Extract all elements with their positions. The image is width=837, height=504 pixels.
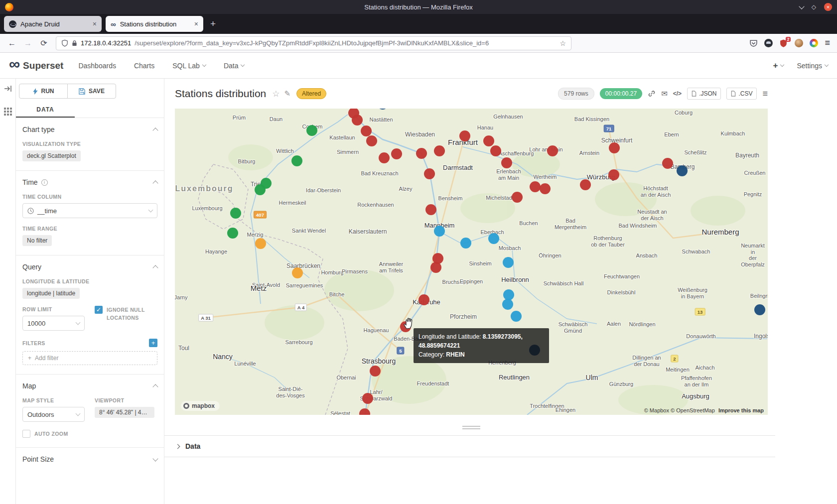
lock-icon[interactable] (72, 40, 77, 46)
time-range-chip[interactable]: No filter (22, 235, 52, 246)
map-point-teal[interactable] (488, 233, 499, 244)
map-point-red[interactable] (430, 262, 441, 273)
back-button[interactable]: ← (5, 36, 19, 50)
map-point-green[interactable] (255, 184, 266, 195)
auto-zoom-checkbox-row[interactable]: AUTO ZOOM (22, 430, 95, 438)
map-point-red[interactable] (547, 145, 558, 156)
altered-badge[interactable]: Altered (296, 88, 326, 99)
nav-item-sql-lab[interactable]: SQL Lab (172, 62, 206, 70)
map-point-red[interactable] (483, 135, 494, 146)
map-point-navy[interactable] (754, 304, 765, 315)
map-point-red[interactable] (608, 169, 619, 180)
section-header[interactable]: Map (22, 382, 157, 390)
map-point-teal[interactable] (434, 226, 445, 237)
map-point-red[interactable] (424, 168, 435, 179)
mapbox-logo[interactable]: mapbox (181, 401, 220, 411)
improve-map-link[interactable]: Improve this map (718, 407, 764, 413)
time-column-select[interactable]: __time (22, 203, 157, 218)
viz-type-chip[interactable]: deck.gl Scatterplot (22, 150, 81, 161)
tab-apache-druid[interactable]: Apache Druid × (4, 16, 102, 32)
settings-menu[interactable]: Settings (797, 62, 828, 70)
export-csv-button[interactable]: .CSV (726, 88, 757, 100)
export-json-button[interactable]: .JSON (687, 88, 721, 100)
add-filter-input[interactable]: + Add filter (22, 351, 157, 365)
map-point-red[interactable] (370, 366, 381, 377)
map-point-red[interactable] (580, 179, 591, 190)
extension-mask-icon[interactable] (764, 39, 773, 47)
data-results-panel[interactable]: Data (164, 435, 775, 457)
maximize-icon[interactable]: ◇ (812, 3, 816, 10)
ignore-null-checkbox-row[interactable]: IGNORE NULL LOCATIONS (95, 306, 157, 322)
map-point-red[interactable] (501, 157, 512, 168)
email-icon[interactable]: ✉ (661, 89, 668, 98)
viewport-chip[interactable]: 8° 46' 45.28" | 49… (95, 407, 154, 418)
map-point-red[interactable] (530, 181, 541, 192)
favorite-star-icon[interactable]: ☆ (272, 89, 279, 99)
map-point-red[interactable] (366, 135, 377, 146)
tab-data[interactable]: DATA (16, 102, 75, 118)
map-point-red[interactable] (540, 183, 551, 194)
map-point-red[interactable] (512, 192, 523, 203)
map-point-green[interactable] (230, 208, 241, 219)
add-filter-plus-button[interactable]: + (149, 339, 157, 347)
forward-button[interactable]: → (21, 36, 35, 50)
map-point-teal[interactable] (502, 299, 513, 310)
nav-item-data[interactable]: Data (224, 62, 245, 70)
map-point-red[interactable] (362, 393, 373, 404)
map-point-red[interactable] (609, 142, 620, 153)
extension-pinwheel-icon[interactable] (810, 39, 818, 47)
nav-item-dashboards[interactable]: Dashboards (78, 62, 116, 70)
map-style-select[interactable]: Outdoors (22, 407, 85, 422)
embed-code-icon[interactable]: </> (673, 90, 682, 97)
edit-title-icon[interactable]: ✎ (284, 89, 291, 98)
map-point-red[interactable] (379, 152, 390, 163)
map-point-navy[interactable] (677, 165, 688, 176)
map-point-green[interactable] (306, 125, 317, 136)
nav-item-charts[interactable]: Charts (134, 62, 154, 70)
extension-shield-icon[interactable]: 2 (779, 39, 788, 48)
map-point-red[interactable] (662, 158, 673, 169)
map-canvas[interactable]: PrümDaunCochemNastättenGelnhausenBad Kis… (175, 109, 768, 415)
copy-link-icon[interactable] (648, 90, 656, 98)
minimize-icon[interactable] (799, 3, 804, 9)
reload-button[interactable]: ⟳ (37, 36, 51, 50)
map-point-red[interactable] (459, 130, 470, 141)
map-point-red[interactable] (425, 204, 436, 215)
add-new-button[interactable]: + (773, 61, 784, 71)
map-point-green[interactable] (291, 155, 302, 166)
map-point-green[interactable] (227, 228, 238, 239)
map-point-teal[interactable] (511, 311, 522, 322)
chart-menu-icon[interactable]: ≡ (762, 89, 768, 99)
map-point-orange[interactable] (255, 238, 266, 249)
section-header[interactable]: Query (22, 263, 157, 271)
avatar-extension-icon[interactable] (795, 39, 803, 47)
collapse-panel-icon[interactable] (4, 85, 12, 93)
map-point-red[interactable] (361, 126, 372, 136)
section-header[interactable]: Time (22, 178, 157, 186)
pocket-icon[interactable] (749, 39, 758, 47)
tab-stations-distribution[interactable]: ∞ Stations distribution × (106, 16, 203, 32)
close-icon[interactable]: × (824, 3, 832, 11)
map-point-red[interactable] (490, 145, 501, 156)
auto-zoom-checkbox[interactable] (22, 430, 30, 438)
tab-close-icon[interactable]: × (194, 20, 198, 28)
superset-logo[interactable]: ∞ Superset (9, 60, 63, 71)
map-point-orange[interactable] (292, 267, 303, 278)
url-bar[interactable]: 172.18.0.4:32251 /superset/explore/?form… (56, 36, 571, 50)
browser-menu-icon[interactable]: ≡ (825, 38, 830, 48)
shield-icon[interactable] (61, 39, 68, 47)
map-point-red[interactable] (416, 148, 427, 159)
save-button[interactable]: SAVE (67, 84, 116, 99)
row-limit-select[interactable]: 10000 (22, 316, 85, 331)
section-header[interactable]: Point Size (22, 455, 157, 463)
tab-close-icon[interactable]: × (93, 20, 97, 28)
new-tab-button[interactable]: + (207, 18, 219, 29)
run-button[interactable]: RUN (19, 84, 68, 99)
bookmark-star-icon[interactable]: ☆ (559, 39, 566, 47)
map-point-teal[interactable] (503, 257, 514, 268)
grid-icon[interactable] (4, 108, 12, 116)
map-point-red[interactable] (418, 294, 429, 305)
ignore-null-checkbox[interactable] (95, 306, 103, 314)
panel-resize-handle[interactable] (462, 426, 480, 429)
lonlat-chip[interactable]: longitude | latitude (22, 288, 80, 299)
